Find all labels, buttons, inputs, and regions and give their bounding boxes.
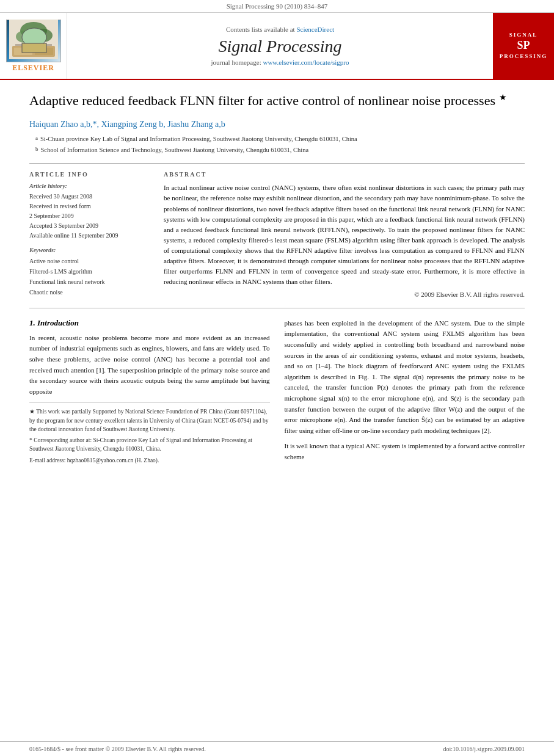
top-bar: Signal Processing 90 (2010) 834–847 [0,0,554,13]
journal-header: ELSEVIER Contents lists available at Sci… [0,13,554,80]
article-info-col: ARTICLE INFO Article history: Received 3… [29,171,151,297]
authors: Haiquan Zhao a,b,*, Xiangping Zeng b, Ji… [29,120,525,129]
sp-logo-line3: PROCESSING [500,53,548,60]
body-col-right: phases has been exploited in the develop… [285,318,525,468]
journal-citation: Signal Processing 90 (2010) 834–847 [227,2,328,10]
body-col-left: 1. Introduction In recent, acoustic nois… [29,318,270,468]
keyword-4: Chaotic noise [29,287,151,297]
footnote-3-label: E-mail address: [29,457,65,463]
elsevier-text: ELSEVIER [12,64,54,73]
keywords-label: Keywords: [29,247,151,253]
abstract-copyright: © 2009 Elsevier B.V. All rights reserved… [164,291,525,298]
page: Signal Processing 90 (2010) 834–847 [0,0,554,756]
elsevier-logo-area: ELSEVIER [0,13,67,79]
footnote-1-star: ★ [29,409,36,415]
abstract-heading: ABSTRACT [164,171,525,178]
journal-homepage: journal homepage: www.elsevier.com/locat… [211,59,349,66]
bottom-right: doi:10.1016/j.sigpro.2009.09.001 [443,746,525,752]
svg-rect-7 [14,48,32,55]
body-section: 1. Introduction In recent, acoustic nois… [29,318,525,468]
article-title: Adaptive reduced feedback FLNN filter fo… [29,92,525,112]
footnote-3: E-mail address: hqzhao0815@yahoo.com.cn … [29,456,270,465]
footnote-1-text: This work was partially Supported by Nat… [29,409,268,432]
section-1-para-1: In recent, acoustic noise problems becom… [29,333,270,398]
received-date-2: 2 September 2009 [29,211,151,221]
journal-title: Signal Processing [219,37,342,56]
svg-point-1 [20,22,47,39]
sp-logo: SIGNAL SP PROCESSING [500,32,548,60]
keyword-2: Filtered-s LMS algorithm [29,266,151,277]
sp-logo-line2: SP [500,38,548,53]
bottom-left: 0165-1684/$ - see front matter © 2009 El… [29,746,206,752]
svg-point-2 [16,31,33,43]
abstract-col: ABSTRACT In actual nonlinear active nois… [164,171,525,297]
article-info-heading: ARTICLE INFO [29,171,151,178]
footnote-1: ★ This work was partially Supported by N… [29,407,270,434]
footnote-2-text: Corresponding author at: Si-Chuan provin… [29,437,252,452]
section-1-para-right-1: phases has been exploited in the develop… [285,318,525,437]
homepage-link[interactable]: www.elsevier.com/locate/sigpro [263,59,349,66]
accepted-date: Accepted 3 September 2009 [29,221,151,231]
section-1-para-right-2: It is well known that a typical ANC syst… [285,441,525,462]
history-label: Article history: [29,183,151,189]
article-content: Adaptive reduced feedback FLNN filter fo… [0,80,554,741]
affil-sup-b: b [35,145,38,155]
footnote-3-text: hqzhao0815@yahoo.com.cn (H. Zhao). [67,457,159,463]
available-date: Available online 11 September 2009 [29,231,151,241]
info-abstract-section: ARTICLE INFO Article history: Received 3… [29,163,525,297]
svg-rect-5 [15,44,52,46]
contents-line: Contents lists available at ScienceDirec… [226,26,334,33]
elsevier-logo: ELSEVIER [6,20,61,73]
svg-rect-6 [12,46,55,57]
abstract-text: In actual nonlinear active noise control… [164,183,525,286]
revised-label: Received in revised form [29,202,151,211]
bottom-bar: 0165-1684/$ - see front matter © 2009 El… [0,741,554,756]
keyword-1: Active noise control [29,256,151,266]
keyword-3: Functional link neural network [29,277,151,287]
svg-rect-4 [31,38,36,55]
elsevier-tree-image [6,20,61,62]
affiliation-a: a Si-Chuan province Key Lab of Signal an… [35,134,525,144]
svg-rect-0 [9,20,58,59]
svg-point-3 [33,29,53,42]
section-divider [29,308,525,308]
star-icon: ★ [499,93,507,102]
affil-text-a: Si-Chuan province Key Lab of Signal and … [40,134,357,144]
sciencedirect-link[interactable]: ScienceDirect [296,26,334,33]
footnote-2: * Corresponding author at: Si-Chuan prov… [29,436,270,454]
sp-logo-area: SIGNAL SP PROCESSING [493,13,554,79]
affiliation-b: b School of Information Science and Tech… [35,145,525,155]
sp-logo-line1: SIGNAL [500,32,548,39]
affiliations: a Si-Chuan province Key Lab of Signal an… [29,134,525,155]
journal-header-center: Contents lists available at ScienceDirec… [67,13,493,79]
section-1-title: 1. Introduction [29,318,270,328]
svg-rect-8 [35,48,53,55]
footnote-area: ★ This work was partially Supported by N… [29,402,270,465]
affil-text-b: School of Information Science and Techno… [41,145,309,155]
affil-sup-a: a [35,134,38,144]
received-date-1: Received 30 August 2008 [29,192,151,202]
